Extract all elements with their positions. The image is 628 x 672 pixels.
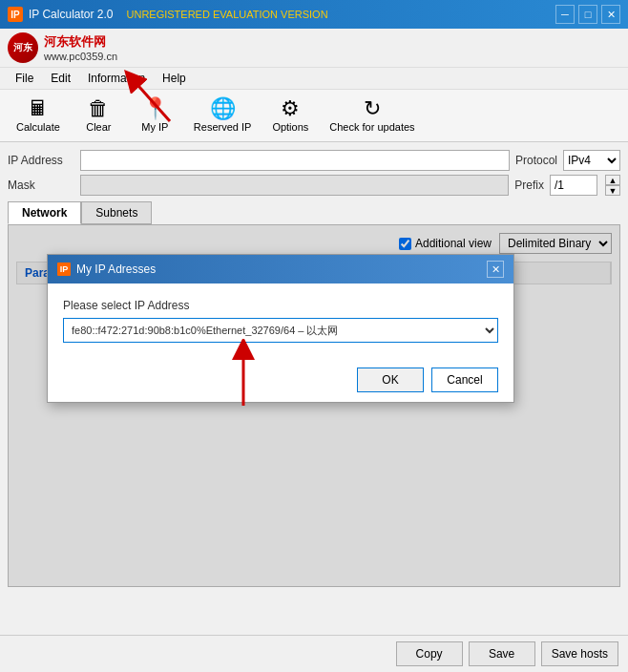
checkupdates-label: Check for updates (329, 121, 414, 133)
protocol-label: Protocol (515, 154, 557, 167)
modal-title: My IP Adresses (76, 262, 156, 276)
logo-bar: 河东 河东软件网 www.pc0359.cn (0, 29, 628, 68)
app-icon: IP (8, 7, 23, 22)
myip-icon: 📍 (142, 98, 168, 119)
menu-file[interactable]: File (8, 70, 41, 87)
content-panel: Additional view Delimited Binary Binary … (8, 224, 620, 587)
copy-button[interactable]: Copy (396, 641, 463, 666)
calculate-icon: 🖩 (28, 98, 49, 119)
modal-title-bar: IP My IP Adresses ✕ (48, 255, 513, 284)
mask-row: Mask Prefix /1 ▲ ▼ (8, 175, 620, 196)
close-button[interactable]: ✕ (601, 5, 620, 24)
clear-button[interactable]: 🗑 Clear (73, 94, 125, 137)
logo-subtext: www.pc0359.cn (44, 51, 117, 62)
tab-subnets[interactable]: Subnets (81, 201, 152, 224)
clear-label: Clear (86, 121, 111, 133)
myip-button[interactable]: 📍 My IP (129, 94, 181, 137)
bottom-toolbar: Copy Save Save hosts (0, 635, 628, 672)
menu-help[interactable]: Help (155, 70, 194, 87)
calculate-button[interactable]: 🖩 Calculate (8, 94, 69, 137)
reservedip-icon: 🌐 (210, 98, 236, 119)
modal-overlay: IP My IP Adresses ✕ Please select IP Add… (9, 225, 619, 586)
menu-bar: File Edit Information Help (0, 68, 628, 90)
title-bar: IP IP Calculator 2.0 UNREGISTERED EVALUA… (0, 0, 628, 29)
main-area: IP Address Protocol IPv4 IPv6 Mask Prefi… (0, 142, 628, 595)
tab-network[interactable]: Network (8, 201, 81, 224)
options-label: Options (272, 121, 308, 133)
ip-address-input[interactable] (80, 150, 510, 171)
logo-text: 河东软件网 (44, 33, 117, 51)
toolbar: 🖩 Calculate 🗑 Clear 📍 My IP 🌐 Reserved I… (0, 90, 628, 142)
protocol-select[interactable]: IPv4 IPv6 (563, 150, 620, 171)
modal-cancel-button[interactable]: Cancel (431, 368, 498, 392)
reservedip-button[interactable]: 🌐 Reserved IP (185, 94, 261, 137)
clear-icon: 🗑 (88, 98, 109, 119)
ip-address-label: IP Address (8, 154, 74, 167)
prefix-up-button[interactable]: ▲ (605, 175, 620, 185)
reservedip-label: Reserved IP (194, 121, 252, 133)
mask-label: Mask (8, 178, 74, 192)
modal-close-button[interactable]: ✕ (487, 261, 504, 278)
modal-ip-select[interactable]: fe80::f472:271d:90b8:b1c0%Ethernet_32769… (63, 318, 498, 343)
mask-input[interactable] (80, 175, 509, 196)
calculate-label: Calculate (16, 121, 60, 133)
menu-edit[interactable]: Edit (43, 70, 78, 87)
menu-information[interactable]: Information (80, 70, 153, 87)
myip-label: My IP (141, 121, 168, 133)
modal-title-left: IP My IP Adresses (57, 262, 156, 276)
maximize-button[interactable]: □ (578, 5, 597, 24)
save-button[interactable]: Save (469, 641, 535, 666)
modal-footer: OK Cancel (48, 358, 513, 402)
modal-dialog: IP My IP Adresses ✕ Please select IP Add… (47, 254, 514, 403)
modal-ok-button[interactable]: OK (357, 368, 424, 392)
checkupdates-icon: ↻ (364, 98, 381, 119)
options-button[interactable]: ⚙ Options (263, 94, 317, 137)
tabs: Network Subnets (8, 201, 620, 224)
logo-content: 河东软件网 www.pc0359.cn (44, 33, 117, 62)
logo-icon: 河东 (8, 32, 38, 63)
modal-body: Please select IP Address fe80::f472:271d… (48, 284, 513, 358)
ip-address-row: IP Address Protocol IPv4 IPv6 (8, 150, 620, 171)
title-bar-watermark: UNREGISTERED EVALUATION VERSION (127, 9, 328, 20)
prefix-label: Prefix (514, 178, 544, 192)
options-icon: ⚙ (281, 98, 300, 119)
modal-icon: IP (57, 262, 71, 276)
title-bar-left: IP IP Calculator 2.0 UNREGISTERED EVALUA… (8, 7, 328, 22)
modal-select-label: Please select IP Address (63, 299, 498, 312)
checkupdates-button[interactable]: ↻ Check for updates (321, 94, 423, 137)
minimize-button[interactable]: ─ (555, 5, 575, 24)
prefix-input[interactable]: /1 (550, 175, 597, 196)
prefix-down-button[interactable]: ▼ (605, 185, 620, 196)
title-bar-controls: ─ □ ✕ (555, 5, 620, 24)
save-hosts-button[interactable]: Save hosts (541, 641, 618, 666)
title-bar-title: IP Calculator 2.0 (29, 8, 114, 21)
